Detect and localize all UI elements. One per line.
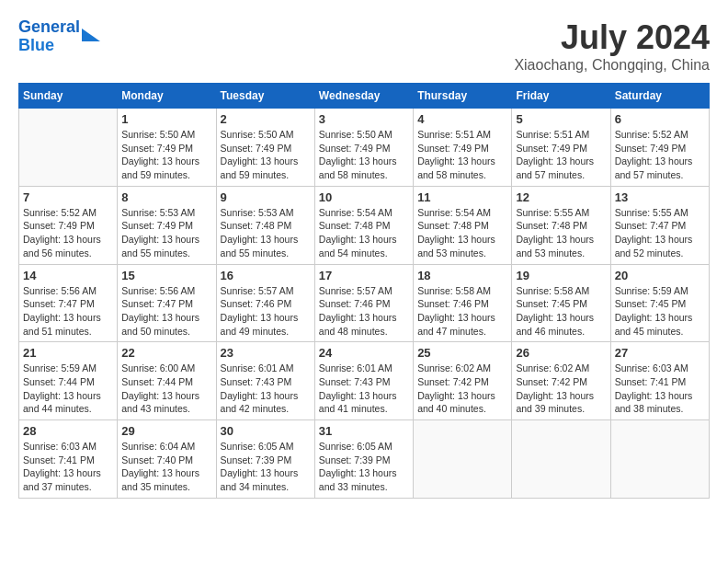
- calendar-cell: 2Sunrise: 5:50 AM Sunset: 7:49 PM Daylig…: [216, 109, 314, 187]
- day-number: 19: [516, 269, 606, 282]
- calendar-cell: [414, 420, 512, 499]
- column-header-saturday: Saturday: [610, 84, 709, 109]
- calendar-cell: [610, 420, 709, 499]
- day-info: Sunrise: 6:04 AM Sunset: 7:40 PM Dayligh…: [121, 440, 211, 494]
- calendar-cell: 29Sunrise: 6:04 AM Sunset: 7:40 PM Dayli…: [118, 420, 216, 499]
- column-header-tuesday: Tuesday: [216, 84, 314, 109]
- day-number: 31: [319, 424, 409, 438]
- calendar-week-row: 21Sunrise: 5:59 AM Sunset: 7:44 PM Dayli…: [19, 342, 710, 420]
- calendar-cell: 4Sunrise: 5:51 AM Sunset: 7:49 PM Daylig…: [414, 109, 512, 187]
- day-info: Sunrise: 5:55 AM Sunset: 7:47 PM Dayligh…: [615, 206, 705, 260]
- day-number: 1: [121, 112, 211, 126]
- calendar-cell: 15Sunrise: 5:56 AM Sunset: 7:47 PM Dayli…: [118, 264, 216, 342]
- day-info: Sunrise: 6:01 AM Sunset: 7:43 PM Dayligh…: [319, 362, 409, 416]
- day-info: Sunrise: 5:56 AM Sunset: 7:47 PM Dayligh…: [121, 284, 211, 339]
- day-info: Sunrise: 5:50 AM Sunset: 7:49 PM Dayligh…: [319, 128, 409, 182]
- day-number: 18: [417, 269, 507, 282]
- calendar-week-row: 14Sunrise: 5:56 AM Sunset: 7:47 PM Dayli…: [19, 264, 710, 342]
- day-info: Sunrise: 5:53 AM Sunset: 7:49 PM Dayligh…: [121, 206, 211, 260]
- day-info: Sunrise: 5:54 AM Sunset: 7:48 PM Dayligh…: [417, 206, 507, 260]
- calendar-cell: 17Sunrise: 5:57 AM Sunset: 7:46 PM Dayli…: [314, 264, 413, 342]
- day-number: 16: [221, 269, 311, 282]
- calendar-cell: 22Sunrise: 6:00 AM Sunset: 7:44 PM Dayli…: [118, 342, 216, 420]
- calendar-cell: 23Sunrise: 6:01 AM Sunset: 7:43 PM Dayli…: [216, 342, 314, 420]
- day-number: 20: [615, 269, 705, 282]
- day-number: 22: [121, 346, 211, 360]
- calendar-cell: 20Sunrise: 5:59 AM Sunset: 7:45 PM Dayli…: [610, 264, 709, 342]
- day-info: Sunrise: 5:59 AM Sunset: 7:44 PM Dayligh…: [23, 362, 113, 416]
- day-info: Sunrise: 6:05 AM Sunset: 7:39 PM Dayligh…: [319, 440, 409, 494]
- day-number: 21: [23, 346, 113, 360]
- day-number: 12: [516, 190, 606, 204]
- calendar-table: SundayMondayTuesdayWednesdayThursdayFrid…: [18, 83, 710, 499]
- day-number: 3: [319, 112, 409, 126]
- day-number: 29: [121, 424, 211, 438]
- column-header-sunday: Sunday: [19, 84, 118, 109]
- logo-arrow-icon: [82, 29, 100, 41]
- day-info: Sunrise: 6:03 AM Sunset: 7:41 PM Dayligh…: [23, 440, 113, 494]
- day-info: Sunrise: 6:02 AM Sunset: 7:42 PM Dayligh…: [417, 362, 507, 416]
- title-block: July 2024 Xiaochang, Chongqing, China: [514, 18, 710, 74]
- column-header-monday: Monday: [118, 84, 216, 109]
- day-number: 25: [417, 346, 507, 360]
- day-number: 17: [319, 269, 409, 282]
- calendar-cell: 12Sunrise: 5:55 AM Sunset: 7:48 PM Dayli…: [512, 186, 610, 264]
- day-number: 10: [319, 190, 409, 204]
- page-title: July 2024: [514, 18, 710, 57]
- day-info: Sunrise: 5:59 AM Sunset: 7:45 PM Dayligh…: [615, 284, 705, 339]
- calendar-cell: 8Sunrise: 5:53 AM Sunset: 7:49 PM Daylig…: [118, 186, 216, 264]
- day-info: Sunrise: 5:58 AM Sunset: 7:45 PM Dayligh…: [516, 284, 606, 339]
- column-header-thursday: Thursday: [414, 84, 512, 109]
- day-number: 23: [221, 346, 311, 360]
- calendar-cell: 9Sunrise: 5:53 AM Sunset: 7:48 PM Daylig…: [216, 186, 314, 264]
- calendar-cell: 28Sunrise: 6:03 AM Sunset: 7:41 PM Dayli…: [19, 420, 118, 499]
- calendar-cell: 24Sunrise: 6:01 AM Sunset: 7:43 PM Dayli…: [314, 342, 413, 420]
- day-info: Sunrise: 6:00 AM Sunset: 7:44 PM Dayligh…: [121, 362, 211, 416]
- day-info: Sunrise: 5:50 AM Sunset: 7:49 PM Dayligh…: [221, 128, 311, 182]
- day-number: 9: [221, 190, 311, 204]
- calendar-cell: 16Sunrise: 5:57 AM Sunset: 7:46 PM Dayli…: [216, 264, 314, 342]
- column-header-wednesday: Wednesday: [314, 84, 413, 109]
- calendar-cell: 21Sunrise: 5:59 AM Sunset: 7:44 PM Dayli…: [19, 342, 118, 420]
- day-info: Sunrise: 6:02 AM Sunset: 7:42 PM Dayligh…: [516, 362, 606, 416]
- page-header: General Blue July 2024 Xiaochang, Chongq…: [18, 18, 710, 74]
- calendar-cell: 10Sunrise: 5:54 AM Sunset: 7:48 PM Dayli…: [314, 186, 413, 264]
- calendar-cell: 19Sunrise: 5:58 AM Sunset: 7:45 PM Dayli…: [512, 264, 610, 342]
- day-number: 26: [516, 346, 606, 360]
- calendar-cell: 3Sunrise: 5:50 AM Sunset: 7:49 PM Daylig…: [314, 109, 413, 187]
- calendar-week-row: 1Sunrise: 5:50 AM Sunset: 7:49 PM Daylig…: [19, 109, 710, 187]
- day-number: 2: [221, 112, 311, 126]
- day-number: 4: [417, 112, 507, 126]
- calendar-cell: 18Sunrise: 5:58 AM Sunset: 7:46 PM Dayli…: [414, 264, 512, 342]
- day-info: Sunrise: 5:55 AM Sunset: 7:48 PM Dayligh…: [516, 206, 606, 260]
- day-info: Sunrise: 5:57 AM Sunset: 7:46 PM Dayligh…: [319, 284, 409, 339]
- logo: General Blue: [18, 18, 100, 55]
- day-number: 6: [615, 112, 705, 126]
- calendar-cell: 14Sunrise: 5:56 AM Sunset: 7:47 PM Dayli…: [19, 264, 118, 342]
- calendar-week-row: 28Sunrise: 6:03 AM Sunset: 7:41 PM Dayli…: [19, 420, 710, 499]
- day-info: Sunrise: 6:05 AM Sunset: 7:39 PM Dayligh…: [221, 440, 311, 494]
- day-info: Sunrise: 5:54 AM Sunset: 7:48 PM Dayligh…: [319, 206, 409, 260]
- logo-line1: General: [18, 17, 80, 36]
- day-number: 15: [121, 269, 211, 282]
- day-number: 30: [221, 424, 311, 438]
- column-header-friday: Friday: [512, 84, 610, 109]
- day-info: Sunrise: 5:51 AM Sunset: 7:49 PM Dayligh…: [516, 128, 606, 182]
- day-number: 24: [319, 346, 409, 360]
- logo-line2: Blue: [18, 36, 54, 54]
- day-info: Sunrise: 5:52 AM Sunset: 7:49 PM Dayligh…: [23, 206, 113, 260]
- day-info: Sunrise: 5:57 AM Sunset: 7:46 PM Dayligh…: [221, 284, 311, 339]
- calendar-header-row: SundayMondayTuesdayWednesdayThursdayFrid…: [19, 84, 710, 109]
- day-info: Sunrise: 6:03 AM Sunset: 7:41 PM Dayligh…: [615, 362, 705, 416]
- day-info: Sunrise: 5:52 AM Sunset: 7:49 PM Dayligh…: [615, 128, 705, 182]
- calendar-cell: 5Sunrise: 5:51 AM Sunset: 7:49 PM Daylig…: [512, 109, 610, 187]
- page-subtitle: Xiaochang, Chongqing, China: [514, 57, 710, 74]
- calendar-cell: 31Sunrise: 6:05 AM Sunset: 7:39 PM Dayli…: [314, 420, 413, 499]
- day-info: Sunrise: 5:50 AM Sunset: 7:49 PM Dayligh…: [121, 128, 211, 182]
- day-info: Sunrise: 5:51 AM Sunset: 7:49 PM Dayligh…: [417, 128, 507, 182]
- day-info: Sunrise: 5:53 AM Sunset: 7:48 PM Dayligh…: [221, 206, 311, 260]
- day-number: 11: [417, 190, 507, 204]
- calendar-week-row: 7Sunrise: 5:52 AM Sunset: 7:49 PM Daylig…: [19, 186, 710, 264]
- day-info: Sunrise: 6:01 AM Sunset: 7:43 PM Dayligh…: [221, 362, 311, 416]
- calendar-cell: [19, 109, 118, 187]
